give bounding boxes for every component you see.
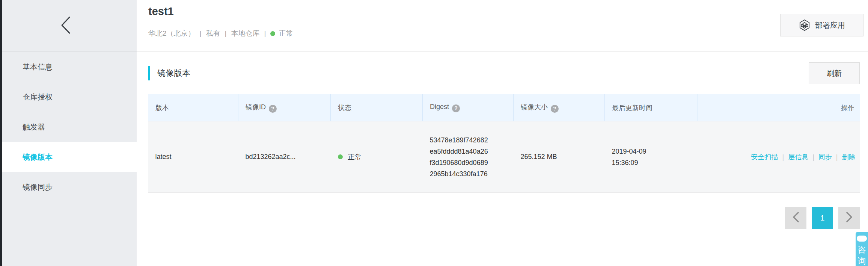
page-header: test1 华北2（北京） | 私有 | 本地仓库 | 正常 部署应用 (137, 0, 868, 52)
sidebar-item-image-sync[interactable]: 镜像同步 (2, 172, 137, 202)
sidebar-item-repo-auth[interactable]: 仓库授权 (2, 82, 137, 112)
updated-date: 2019-04-09 (612, 146, 698, 157)
sidebar: 基本信息 仓库授权 触发器 镜像版本 镜像同步 (2, 0, 137, 266)
action-separator: | (836, 153, 838, 161)
consult-widget[interactable]: 咨 询 (856, 232, 868, 266)
deploy-hexagon-icon (799, 19, 811, 31)
row-status-dot-icon (338, 154, 343, 159)
back-button[interactable] (57, 16, 74, 36)
status-label: 正常 (279, 29, 293, 38)
cell-digest: 53478e189f742682 ea5fdddd81a40a26 f3d190… (423, 121, 514, 193)
digest-line: ea5fdddd81a40a26 (430, 146, 514, 157)
cell-size: 265.152 MB (514, 121, 605, 193)
pagination-prev-button[interactable] (785, 207, 806, 229)
col-header-image-id-label: 镜像ID (246, 103, 266, 111)
col-header-actions: 操作 (698, 94, 860, 121)
updated-time: 15:36:09 (612, 157, 698, 168)
section-title-label: 镜像版本 (157, 68, 190, 79)
digest-help-icon[interactable]: ? (452, 104, 460, 112)
col-header-updated: 最后更新时间 (605, 94, 698, 121)
consult-widget-char: 询 (858, 255, 866, 266)
page-subtitle: 华北2（北京） | 私有 | 本地仓库 | 正常 (148, 29, 293, 38)
section-title: 镜像版本 (148, 66, 190, 80)
chevron-right-icon (845, 212, 853, 224)
subtitle-separator: | (200, 29, 202, 38)
chevron-left-icon (792, 212, 800, 224)
sidebar-item-basic-info[interactable]: 基本信息 (2, 52, 137, 82)
col-header-size-label: 镜像大小 (521, 103, 548, 111)
col-header-version: 版本 (148, 94, 238, 121)
cell-version: latest (148, 121, 238, 193)
deploy-app-button[interactable]: 部署应用 (780, 14, 863, 36)
digest-line: 53478e189f742682 (430, 135, 514, 146)
image-id-help-icon[interactable]: ? (269, 105, 277, 113)
back-chevron-icon (61, 16, 71, 36)
main-content: 镜像版本 刷新 版本 镜像ID? 状态 Digest? 镜像大小? 最后更新时间 (137, 52, 868, 266)
col-header-image-id: 镜像ID? (238, 94, 331, 121)
col-header-status: 状态 (331, 94, 423, 121)
sidebar-header (2, 0, 137, 52)
cell-status: 正常 (331, 121, 423, 193)
status-dot-icon (270, 31, 275, 36)
image-versions-table: 版本 镜像ID? 状态 Digest? 镜像大小? 最后更新时间 操作 late… (148, 94, 860, 193)
action-delete[interactable]: 删除 (842, 153, 856, 161)
action-security-scan[interactable]: 安全扫描 (751, 153, 778, 161)
pagination: 1 (148, 207, 860, 229)
row-status-label: 正常 (348, 153, 362, 161)
section-accent-bar (148, 66, 150, 80)
repo-type-label: 本地仓库 (231, 29, 259, 38)
page-title: test1 (148, 5, 174, 18)
cell-actions: 安全扫描|层信息|同步|删除 (698, 121, 860, 193)
digest-line: 2965b14c330fa176 (430, 168, 514, 180)
refresh-button[interactable]: 刷新 (809, 62, 860, 84)
action-separator: | (812, 153, 814, 161)
action-sync[interactable]: 同步 (818, 153, 832, 161)
section-header: 镜像版本 刷新 (148, 62, 860, 85)
cell-image-id: bd213262aa2c... (238, 121, 331, 193)
sidebar-menu: 基本信息 仓库授权 触发器 镜像版本 镜像同步 (2, 52, 137, 202)
chat-bubble-icon (857, 236, 867, 242)
action-separator: | (782, 153, 784, 161)
digest-line: f3d190680d9d0689 (430, 157, 514, 168)
region-label: 华北2（北京） (148, 29, 195, 38)
subtitle-separator: | (264, 29, 266, 38)
table-header-row: 版本 镜像ID? 状态 Digest? 镜像大小? 最后更新时间 操作 (148, 94, 860, 121)
visibility-label: 私有 (206, 29, 220, 38)
pagination-page-1[interactable]: 1 (812, 207, 833, 229)
size-help-icon[interactable]: ? (551, 105, 559, 113)
pagination-next-button[interactable] (838, 207, 860, 229)
col-header-digest: Digest? (423, 94, 514, 121)
sidebar-item-trigger[interactable]: 触发器 (2, 112, 137, 142)
sidebar-item-image-versions[interactable]: 镜像版本 (2, 142, 137, 172)
consult-widget-char: 咨 (858, 244, 866, 255)
col-header-digest-label: Digest (430, 103, 449, 110)
action-layer-info[interactable]: 层信息 (788, 153, 808, 161)
table-row: latest bd213262aa2c... 正常 53478e189f7426… (148, 121, 860, 193)
deploy-app-label: 部署应用 (815, 20, 845, 30)
col-header-size: 镜像大小? (514, 94, 605, 121)
subtitle-separator: | (225, 29, 227, 38)
cell-updated: 2019-04-09 15:36:09 (605, 121, 698, 193)
